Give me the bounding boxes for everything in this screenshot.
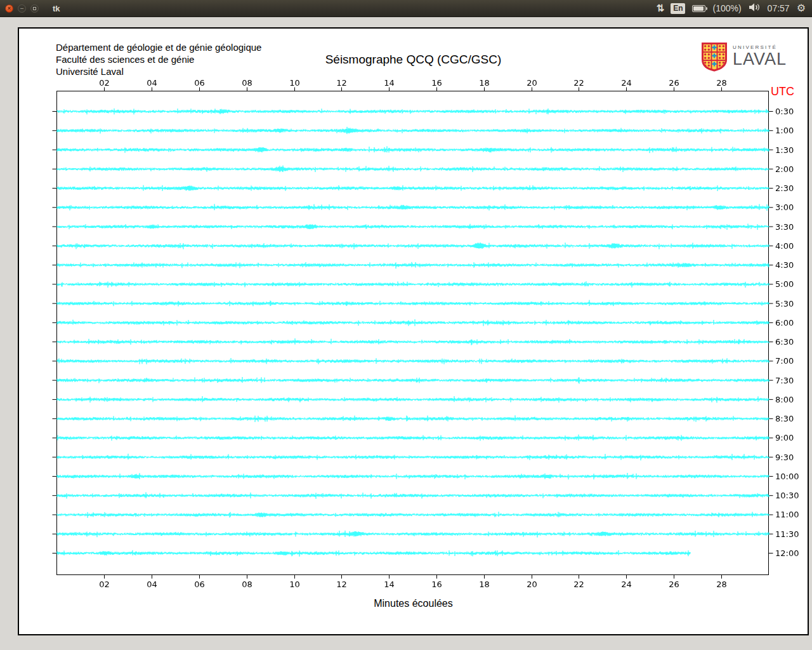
battery-icon[interactable] <box>692 5 705 12</box>
battery-percent: (100%) <box>712 3 741 13</box>
sync-arrows-icon[interactable]: ⇅ <box>657 3 664 14</box>
window-title: tk <box>53 4 60 13</box>
window-controls: × – <box>5 4 39 13</box>
keyboard-layout-indicator[interactable]: En <box>671 3 685 14</box>
x-axis-label: Minutes écoulées <box>19 598 808 609</box>
close-icon: × <box>8 6 11 11</box>
laval-logo: UNIVERSITÉ LAVAL <box>702 43 787 72</box>
system-tray: ⇅ En (100%) 07:57 ⚙ <box>657 3 806 14</box>
window-content: Département de géologie et de génie géol… <box>0 17 812 650</box>
header-line-1: Département de géologie et de génie géol… <box>56 41 261 53</box>
header-line-3: Université Laval <box>56 65 261 77</box>
desktop: × – tk ⇅ En (100%) 07:57 ⚙ <box>0 0 812 650</box>
session-gear-icon[interactable]: ⚙ <box>797 3 806 13</box>
minimize-icon: – <box>20 6 23 11</box>
window-titlebar: × – tk ⇅ En (100%) 07:57 ⚙ <box>0 0 812 17</box>
logo-laval: LAVAL <box>733 51 787 68</box>
utc-axis-label: UTC <box>771 85 794 98</box>
plot-title: Séismographe QCQ (CGC/GSC) <box>19 53 808 67</box>
laval-logo-text: UNIVERSITÉ LAVAL <box>733 43 787 68</box>
close-button[interactable]: × <box>5 4 13 13</box>
maximize-icon <box>33 7 36 10</box>
seismograph-canvas: Département de géologie et de génie géol… <box>18 27 809 635</box>
laval-shield-icon <box>702 43 727 72</box>
maximize-button[interactable] <box>30 4 39 13</box>
volume-icon[interactable] <box>749 3 761 14</box>
minimize-button[interactable]: – <box>18 4 26 13</box>
clock[interactable]: 07:57 <box>768 3 790 13</box>
